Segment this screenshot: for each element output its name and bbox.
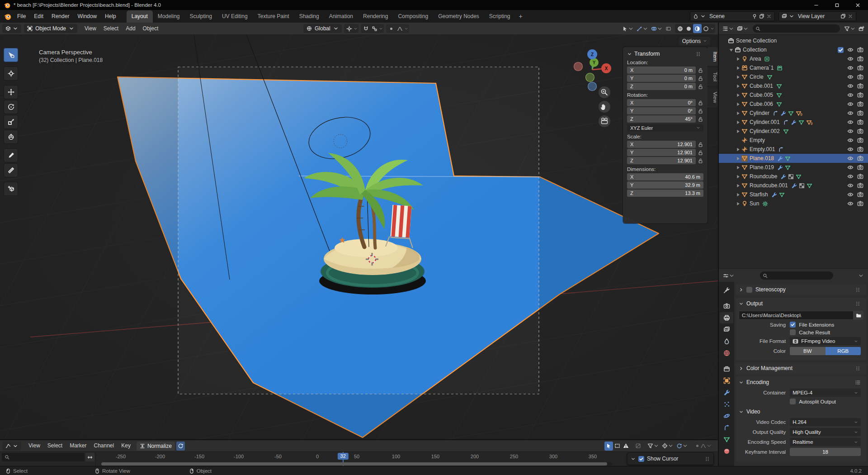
expander-icon[interactable] — [735, 156, 741, 162]
disable-render-icon[interactable] — [857, 164, 863, 171]
tool-move[interactable] — [4, 85, 18, 99]
pan-hand-button[interactable] — [599, 101, 610, 113]
encoding-panel-header[interactable]: Encoding — [739, 378, 863, 387]
disable-render-icon[interactable] — [857, 110, 863, 116]
viewport-menu-select[interactable]: Select — [100, 23, 122, 34]
editor-type-button[interactable] — [2, 442, 21, 451]
shading-rendered-button[interactable] — [702, 24, 710, 33]
shading-material-button[interactable] — [693, 24, 702, 33]
outliner-item-roundcube[interactable]: Roundcube — [719, 172, 868, 181]
outliner-item-starfish[interactable]: Starfish — [719, 190, 868, 199]
sidebar-tab-view[interactable]: View — [708, 87, 718, 108]
lock-icon[interactable] — [698, 84, 703, 90]
presets-icon[interactable] — [855, 380, 861, 385]
lock-icon[interactable] — [698, 100, 703, 106]
outliner-item-cylinder-002[interactable]: Cylinder.002 — [719, 127, 868, 136]
properties-tab-material[interactable] — [720, 446, 733, 457]
hide-eye-icon[interactable] — [847, 65, 854, 71]
workspace-tab-rendering[interactable]: Rendering — [358, 10, 393, 23]
hide-eye-icon[interactable] — [847, 146, 854, 152]
output-path-field[interactable] — [739, 311, 854, 320]
expander-icon[interactable] — [735, 56, 741, 62]
sidebar-tab-tool[interactable]: Tool — [708, 67, 718, 86]
workspace-tab-animation[interactable]: Animation — [324, 10, 358, 23]
normalize-toggle[interactable]: Normalize — [137, 442, 175, 451]
snap-button[interactable] — [660, 442, 675, 451]
properties-tab-physics[interactable] — [720, 410, 733, 422]
disable-render-icon[interactable] — [857, 200, 863, 207]
lock-icon[interactable] — [698, 76, 703, 81]
encoding-speed-dropdown[interactable]: Realtime — [790, 438, 861, 446]
auto-snap-button[interactable] — [675, 442, 689, 451]
maximize-button[interactable] — [826, 0, 847, 10]
expand-channels-button[interactable] — [85, 453, 94, 461]
collapse-icon[interactable] — [631, 456, 636, 461]
disable-render-icon[interactable] — [857, 65, 863, 71]
add-workspace-button[interactable]: + — [515, 13, 526, 20]
shading-wireframe-button[interactable] — [676, 24, 684, 33]
color-management-panel-header[interactable]: Color Management — [739, 364, 863, 373]
tool-cursor[interactable] — [4, 66, 18, 81]
menu-help[interactable]: Help — [101, 10, 120, 23]
expander-icon[interactable] — [735, 192, 741, 198]
outliner-item-roundcube-001[interactable]: Roundcube.001 — [719, 181, 868, 190]
viewport-menu-view[interactable]: View — [81, 23, 100, 34]
proportional-edit-icon[interactable] — [388, 26, 394, 32]
cache-result-checkbox[interactable] — [790, 329, 796, 335]
properties-tab-data[interactable] — [720, 434, 733, 445]
tweak-tool-button[interactable] — [604, 442, 613, 451]
location-z-field[interactable]: Z0 m — [627, 83, 696, 90]
new-view-layer-icon[interactable] — [840, 14, 846, 19]
outliner-item-cylinder[interactable]: Cylinder9 — [719, 109, 868, 118]
lock-icon[interactable] — [698, 108, 703, 114]
horizontal-scrollbar[interactable] — [101, 462, 612, 466]
graph-menu-marker[interactable]: Marker — [66, 440, 90, 451]
scale-x-field[interactable]: X12.901 — [627, 141, 696, 148]
pin-icon[interactable] — [752, 14, 757, 19]
pivot-point-selector[interactable] — [344, 24, 359, 33]
properties-tab-object[interactable] — [720, 375, 733, 386]
location-x-field[interactable]: X0 m — [627, 66, 696, 74]
hide-eye-icon[interactable] — [847, 101, 854, 107]
keyframe-interval-field[interactable]: 18 — [790, 448, 861, 456]
disable-render-icon[interactable] — [857, 74, 863, 80]
scene-selector[interactable]: Scene — [690, 11, 775, 21]
dimensions-z-field[interactable]: Z13.3 m — [627, 190, 703, 197]
outliner-search[interactable] — [753, 24, 840, 33]
workspace-tab-modeling[interactable]: Modeling — [153, 10, 185, 23]
tool-rotate[interactable] — [4, 100, 18, 114]
stereoscopy-checkbox[interactable] — [746, 287, 752, 293]
workspace-tab-shading[interactable]: Shading — [294, 10, 324, 23]
warning-icon[interactable] — [622, 442, 630, 451]
properties-tab-constraints[interactable] — [720, 422, 733, 433]
menu-edit[interactable]: Edit — [30, 10, 47, 23]
ghost-curves-button[interactable] — [634, 442, 642, 451]
viewport-menu-add[interactable]: Add — [122, 23, 139, 34]
hide-eye-icon[interactable] — [847, 119, 854, 125]
expander-icon[interactable] — [735, 165, 741, 171]
disable-render-icon[interactable] — [857, 128, 863, 134]
graph-menu-view[interactable]: View — [25, 440, 44, 451]
disable-render-icon[interactable] — [857, 92, 863, 98]
outliner-item-empty[interactable]: Empty — [719, 136, 868, 145]
hide-eye-icon[interactable] — [847, 200, 854, 207]
workspace-tab-geometry-nodes[interactable]: Geometry Nodes — [433, 10, 484, 23]
workspace-tab-scripting[interactable]: Scripting — [484, 10, 515, 23]
viewport-menu-object[interactable]: Object — [139, 23, 162, 34]
disable-render-icon[interactable] — [857, 101, 863, 107]
workspace-tab-sculpting[interactable]: Sculpting — [185, 10, 217, 23]
menu-render[interactable]: Render — [47, 10, 73, 23]
remove-view-layer-icon[interactable] — [848, 14, 853, 19]
scale-y-field[interactable]: Y12.901 — [627, 149, 696, 156]
outliner-mode-button[interactable] — [736, 24, 750, 33]
expander-icon[interactable] — [735, 183, 741, 189]
current-frame-badge[interactable]: 32 — [338, 453, 349, 460]
unlink-scene-icon[interactable] — [766, 14, 772, 19]
workspace-tab-layout[interactable]: Layout — [127, 10, 153, 23]
blender-menu-icon[interactable] — [4, 13, 11, 20]
collection-checkbox[interactable] — [838, 47, 844, 53]
camera-view-button[interactable] — [599, 115, 610, 127]
xray-toggle[interactable] — [664, 24, 673, 33]
outliner-item-scene-collection[interactable]: Scene Collection — [719, 36, 868, 45]
properties-options-button[interactable] — [857, 271, 865, 280]
